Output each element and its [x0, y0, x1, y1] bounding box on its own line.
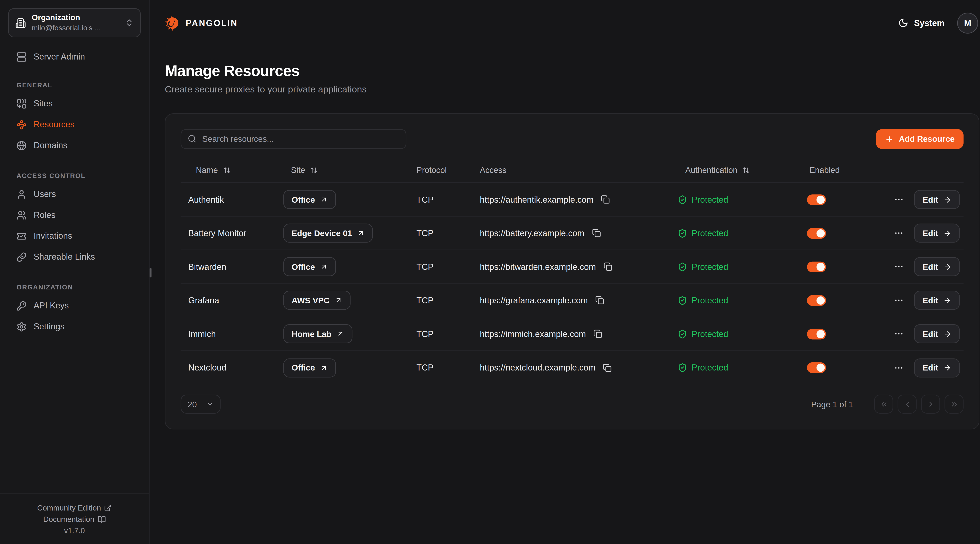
resource-protocol: TCP [409, 262, 472, 271]
arrow-right-icon [943, 195, 951, 204]
sidebar-item-label: API Keys [33, 301, 69, 310]
chevrons-right-icon [950, 400, 958, 408]
sidebar-item-label: Roles [33, 210, 56, 220]
add-resource-label: Add Resource [899, 134, 955, 144]
resource-name: Immich [181, 329, 276, 339]
enabled-toggle[interactable] [807, 261, 826, 272]
row-actions-button[interactable] [893, 227, 905, 239]
row-actions-button[interactable] [893, 294, 905, 307]
toggle-knob [816, 363, 825, 372]
previous-page-button[interactable] [898, 395, 917, 414]
column-header-enabled: Enabled [794, 165, 880, 175]
edit-button[interactable]: Edit [914, 324, 959, 343]
copy-url-button[interactable] [602, 362, 613, 373]
auth-status: Protected [692, 363, 728, 373]
edit-button[interactable]: Edit [914, 290, 959, 309]
user-avatar[interactable]: M [957, 12, 978, 33]
toggle-knob [816, 296, 825, 304]
edit-label: Edit [923, 262, 938, 271]
first-page-button[interactable] [874, 395, 893, 414]
version-label: v1.7.0 [5, 527, 144, 535]
main-area: PANGOLIN System M Manage Resources Creat… [150, 0, 980, 544]
copy-icon [603, 262, 612, 271]
edit-label: Edit [923, 329, 938, 339]
edit-button[interactable]: Edit [914, 358, 959, 377]
user-icon [16, 189, 27, 199]
page-size-select[interactable]: 20 [181, 395, 221, 414]
enabled-toggle[interactable] [807, 228, 826, 238]
next-page-button[interactable] [921, 395, 940, 414]
plus-icon [885, 135, 894, 143]
site-name: Office [292, 363, 315, 373]
ellipsis-icon [894, 262, 904, 272]
column-header-name[interactable]: Name [181, 165, 276, 175]
row-actions-button[interactable] [893, 193, 905, 206]
enabled-toggle[interactable] [807, 295, 826, 306]
sidebar-item-resources[interactable]: Resources [8, 114, 141, 135]
copy-url-button[interactable] [600, 194, 611, 205]
resource-url: https://bitwarden.example.com [480, 262, 596, 271]
sidebar-item-label: Sites [33, 99, 52, 108]
site-link-button[interactable]: Edge Device 01 [283, 224, 373, 243]
sidebar-item-server-admin[interactable]: Server Admin [8, 46, 141, 67]
copy-icon [595, 296, 604, 305]
documentation-link[interactable]: Documentation [5, 515, 144, 523]
sidebar-item-users[interactable]: Users [8, 184, 141, 205]
sidebar-item-roles[interactable]: Roles [8, 205, 141, 225]
sidebar-item-invitations[interactable]: Invitations [8, 225, 141, 246]
edit-button[interactable]: Edit [914, 224, 959, 243]
toggle-knob [816, 229, 825, 237]
site-link-button[interactable]: Home Lab [283, 324, 352, 343]
site-link-button[interactable]: Office [283, 257, 336, 276]
last-page-button[interactable] [945, 395, 964, 414]
pangolin-logo-icon [165, 15, 181, 31]
sidebar-footer: Community Edition Documentation v1.7.0 [0, 493, 149, 544]
arrow-right-icon [943, 330, 951, 338]
row-actions-button[interactable] [893, 327, 905, 340]
row-actions-button[interactable] [893, 260, 905, 273]
organization-switcher[interactable]: Organization milo@fossorial.io's ... [8, 8, 141, 37]
copy-url-button[interactable] [594, 295, 606, 306]
enabled-toggle[interactable] [807, 328, 826, 339]
edit-button[interactable]: Edit [914, 190, 959, 209]
community-edition-link[interactable]: Community Edition [5, 503, 144, 512]
copy-url-button[interactable] [602, 261, 614, 272]
table-header: Name Site Protocol [181, 158, 964, 183]
shield-check-icon [678, 228, 687, 238]
site-link-button[interactable]: Office [283, 358, 336, 377]
arrow-up-right-icon [357, 229, 365, 237]
sidebar-item-settings[interactable]: Settings [8, 316, 141, 337]
resource-name: Bitwarden [181, 262, 276, 271]
sidebar-scrollbar-thumb[interactable] [150, 268, 151, 278]
resource-url: https://battery.example.com [480, 228, 584, 238]
enabled-toggle[interactable] [807, 194, 826, 205]
row-actions-button[interactable] [893, 361, 905, 374]
resource-protocol: TCP [409, 295, 472, 305]
sidebar-item-api-keys[interactable]: API Keys [8, 295, 141, 316]
sidebar-item-sites[interactable]: Sites [8, 93, 141, 114]
edit-button[interactable]: Edit [914, 257, 959, 276]
sidebar-item-shareable-links[interactable]: Shareable Links [8, 246, 141, 267]
add-resource-button[interactable]: Add Resource [876, 129, 964, 149]
shield-check-icon [678, 295, 687, 305]
page-title: Manage Resources [165, 62, 978, 80]
building-icon [15, 17, 26, 28]
resource-url: https://immich.example.com [480, 329, 586, 339]
resource-url: https://authentik.example.com [480, 195, 593, 205]
site-link-button[interactable]: AWS VPC [283, 290, 351, 309]
sidebar-item-domains[interactable]: Domains [8, 135, 141, 156]
waypoints-icon [16, 119, 27, 130]
site-link-button[interactable]: Office [283, 190, 336, 209]
table-row: Immich Home Lab TCP https://immich.examp… [181, 317, 964, 351]
column-header-authentication[interactable]: Authentication [670, 165, 794, 175]
column-header-protocol: Protocol [409, 165, 472, 175]
copy-url-button[interactable] [591, 227, 602, 239]
copy-url-button[interactable] [592, 328, 604, 339]
theme-toggle-button[interactable]: System [898, 18, 945, 28]
external-link-icon [104, 504, 112, 512]
copy-icon [592, 229, 601, 238]
column-header-site[interactable]: Site [276, 165, 409, 175]
enabled-toggle[interactable] [807, 362, 826, 373]
edit-label: Edit [923, 195, 938, 205]
search-input[interactable] [181, 129, 406, 149]
